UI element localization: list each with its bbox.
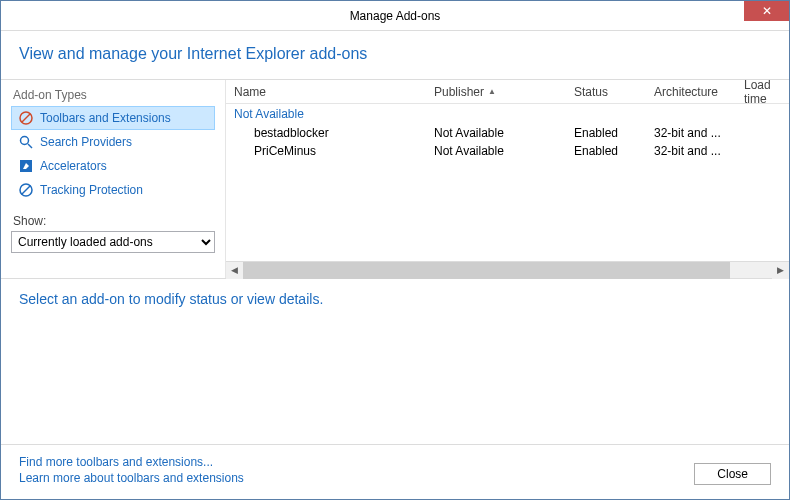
close-button[interactable]: Close <box>694 463 771 485</box>
sidebar-heading: Add-on Types <box>11 88 215 102</box>
column-header-name[interactable]: Name <box>226 85 426 99</box>
cell-status: Enabled <box>566 126 646 140</box>
svg-line-3 <box>28 144 32 148</box>
cell-name: bestadblocker <box>226 126 426 140</box>
detail-panel: Select an add-on to modify status or vie… <box>1 278 789 418</box>
svg-point-2 <box>21 137 29 145</box>
scroll-right-button[interactable]: ▶ <box>772 262 789 279</box>
learn-more-link[interactable]: Learn more about toolbars and extensions <box>19 471 244 485</box>
cell-architecture: 32-bit and ... <box>646 144 736 158</box>
footer: Find more toolbars and extensions... Lea… <box>1 444 789 499</box>
cell-load-time <box>736 126 789 140</box>
header: View and manage your Internet Explorer a… <box>1 31 789 80</box>
sidebar-item-label: Toolbars and Extensions <box>40 111 171 125</box>
table-header: Name Publisher ▲ Status Architecture Loa… <box>226 80 789 104</box>
svg-line-1 <box>22 114 30 122</box>
show-dropdown[interactable]: Currently loaded add-ons <box>11 231 215 253</box>
table-body: Not Available bestadblocker Not Availabl… <box>226 104 789 261</box>
close-icon: ✕ <box>762 5 772 17</box>
cell-publisher: Not Available <box>426 126 566 140</box>
column-header-load-time[interactable]: Load time <box>736 78 789 106</box>
show-label: Show: <box>11 214 215 228</box>
footer-links: Find more toolbars and extensions... Lea… <box>19 455 244 485</box>
sidebar-item-accelerators[interactable]: Accelerators <box>11 154 215 178</box>
sidebar-item-toolbars-extensions[interactable]: Toolbars and Extensions <box>11 106 215 130</box>
tracking-protection-icon <box>18 182 34 198</box>
addon-table: Name Publisher ▲ Status Architecture Loa… <box>226 80 789 278</box>
cell-load-time <box>736 144 789 158</box>
sidebar-item-label: Search Providers <box>40 135 132 149</box>
table-group-header[interactable]: Not Available <box>226 104 789 124</box>
main-area: Add-on Types Toolbars and Extensions Sea… <box>1 80 789 278</box>
table-row[interactable]: PriCeMinus Not Available Enabled 32-bit … <box>226 142 789 160</box>
cell-publisher: Not Available <box>426 144 566 158</box>
window-close-button[interactable]: ✕ <box>744 1 789 21</box>
sort-ascending-icon: ▲ <box>488 87 496 96</box>
table-row[interactable]: bestadblocker Not Available Enabled 32-b… <box>226 124 789 142</box>
sidebar-item-tracking-protection[interactable]: Tracking Protection <box>11 178 215 202</box>
window-title: Manage Add-ons <box>1 9 789 23</box>
column-header-architecture[interactable]: Architecture <box>646 85 736 99</box>
column-header-publisher[interactable]: Publisher ▲ <box>426 85 566 99</box>
sidebar-item-label: Accelerators <box>40 159 107 173</box>
titlebar: Manage Add-ons ✕ <box>1 1 789 31</box>
cell-architecture: 32-bit and ... <box>646 126 736 140</box>
sidebar-item-search-providers[interactable]: Search Providers <box>11 130 215 154</box>
scroll-track[interactable] <box>243 262 772 279</box>
search-icon <box>18 134 34 150</box>
header-title: View and manage your Internet Explorer a… <box>19 45 771 63</box>
horizontal-scrollbar[interactable]: ◀ ▶ <box>226 261 789 278</box>
cell-name: PriCeMinus <box>226 144 426 158</box>
sidebar-item-label: Tracking Protection <box>40 183 143 197</box>
cell-status: Enabled <box>566 144 646 158</box>
scroll-thumb[interactable] <box>243 262 730 279</box>
sidebar: Add-on Types Toolbars and Extensions Sea… <box>1 80 226 278</box>
svg-line-6 <box>22 186 31 195</box>
column-header-status[interactable]: Status <box>566 85 646 99</box>
accelerators-icon <box>18 158 34 174</box>
scroll-left-button[interactable]: ◀ <box>226 262 243 279</box>
find-more-link[interactable]: Find more toolbars and extensions... <box>19 455 244 469</box>
toolbars-icon <box>18 110 34 126</box>
detail-prompt: Select an add-on to modify status or vie… <box>19 291 771 307</box>
